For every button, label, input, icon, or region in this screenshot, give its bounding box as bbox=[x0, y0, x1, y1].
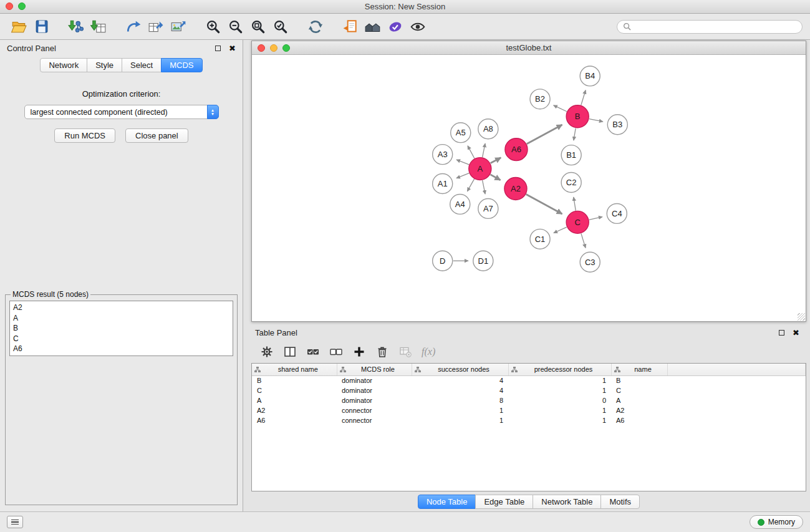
node-B4[interactable]: B4 bbox=[580, 66, 600, 86]
node-D1[interactable]: D1 bbox=[473, 251, 493, 271]
column-header-successor-nodes[interactable]: successor nodes bbox=[412, 364, 508, 375]
table-row[interactable]: A2connector11A2 bbox=[252, 405, 806, 415]
table-row[interactable]: Adominator80A bbox=[252, 395, 806, 405]
edge-A-A6[interactable] bbox=[491, 158, 501, 163]
node-B2[interactable]: B2 bbox=[530, 89, 550, 109]
close-window-button[interactable] bbox=[6, 2, 13, 10]
close-panel-icon[interactable]: ✖ bbox=[229, 44, 236, 52]
edge-B-B1[interactable] bbox=[574, 128, 576, 140]
zoom-out-button[interactable] bbox=[224, 16, 247, 38]
run-mcds-button[interactable]: Run MCDS bbox=[54, 128, 115, 143]
table-cell[interactable]: connector bbox=[337, 405, 412, 415]
network-zoom-button[interactable] bbox=[282, 44, 290, 52]
node-A4[interactable]: A4 bbox=[450, 194, 470, 214]
eye-button[interactable] bbox=[407, 16, 429, 38]
select-all-button[interactable] bbox=[306, 344, 320, 360]
table-cell[interactable]: 1 bbox=[508, 375, 611, 385]
add-row-button[interactable] bbox=[352, 344, 366, 360]
open-file-button[interactable] bbox=[7, 16, 30, 38]
tab-style[interactable]: Style bbox=[87, 58, 122, 72]
node-A3[interactable]: A3 bbox=[433, 145, 453, 165]
edge-A2-C[interactable] bbox=[526, 195, 562, 214]
delete-row-button[interactable] bbox=[375, 344, 389, 360]
edge-C-C2[interactable] bbox=[574, 197, 576, 210]
table-cell[interactable]: dominator bbox=[337, 385, 412, 395]
zoom-selected-button[interactable] bbox=[269, 16, 292, 38]
zoom-in-button[interactable] bbox=[202, 16, 224, 38]
column-header-name[interactable]: name bbox=[611, 364, 667, 375]
table-cell[interactable]: A6 bbox=[252, 415, 337, 425]
zoom-fit-button[interactable] bbox=[247, 16, 269, 38]
float-panel-icon[interactable] bbox=[215, 46, 221, 51]
table-cell[interactable]: 4 bbox=[412, 375, 508, 385]
tab-network[interactable]: Network bbox=[40, 58, 87, 72]
node-B[interactable]: B bbox=[566, 105, 589, 128]
memory-button[interactable]: Memory bbox=[750, 515, 803, 529]
node-C1[interactable]: C1 bbox=[530, 229, 550, 249]
node-C3[interactable]: C3 bbox=[580, 252, 600, 272]
table-cell[interactable]: A2 bbox=[252, 405, 337, 415]
tab-mcds[interactable]: MCDS bbox=[161, 58, 202, 72]
zoom-window-button[interactable] bbox=[18, 2, 26, 10]
mcds-result-item[interactable]: A bbox=[13, 313, 229, 324]
table-row[interactable]: Bdominator41B bbox=[252, 375, 806, 385]
edge-C-C4[interactable] bbox=[589, 217, 602, 220]
table-cell[interactable]: C bbox=[252, 385, 337, 395]
table-cell[interactable]: B bbox=[252, 375, 337, 385]
column-header-shared-name[interactable]: shared name bbox=[252, 364, 337, 375]
resize-grip[interactable] bbox=[798, 313, 805, 321]
show-columns-button[interactable] bbox=[283, 344, 297, 360]
table-cell[interactable]: C bbox=[611, 385, 667, 395]
node-D[interactable]: D bbox=[433, 251, 453, 271]
table-cell[interactable]: 4 bbox=[412, 385, 508, 395]
table-cell[interactable]: 1 bbox=[508, 415, 611, 425]
edge-A-A8[interactable] bbox=[483, 143, 485, 157]
edge-B-B2[interactable] bbox=[554, 105, 567, 112]
table-cell[interactable]: A bbox=[252, 395, 337, 405]
network-close-button[interactable] bbox=[258, 44, 265, 52]
table-cell[interactable]: 8 bbox=[412, 395, 508, 405]
node-C2[interactable]: C2 bbox=[561, 173, 581, 193]
houses-button[interactable] bbox=[362, 16, 384, 38]
table-cell[interactable]: B bbox=[611, 375, 667, 385]
search-input[interactable] bbox=[634, 22, 796, 31]
table-cell[interactable]: 1 bbox=[508, 385, 611, 395]
edge-A-A7[interactable] bbox=[483, 180, 485, 194]
table-cell[interactable]: 1 bbox=[412, 405, 508, 415]
node-A1[interactable]: A1 bbox=[433, 174, 453, 194]
edge-A-A4[interactable] bbox=[467, 179, 474, 191]
optimization-dropdown[interactable]: largest connected component (directed) ▲… bbox=[24, 105, 219, 119]
edge-B-B3[interactable] bbox=[589, 119, 603, 122]
network-minimize-button[interactable] bbox=[270, 44, 277, 52]
node-B3[interactable]: B3 bbox=[607, 115, 627, 135]
table-cell[interactable]: 0 bbox=[508, 395, 611, 405]
node-A5[interactable]: A5 bbox=[451, 123, 471, 143]
export-table-button[interactable] bbox=[145, 16, 167, 38]
table-settings-button[interactable] bbox=[260, 344, 274, 360]
mcds-result-item[interactable]: A2 bbox=[13, 302, 229, 313]
table-cell[interactable]: dominator bbox=[337, 375, 412, 385]
edge-A6-B[interactable] bbox=[527, 125, 562, 144]
refresh-layout-button[interactable] bbox=[304, 16, 327, 38]
column-header-predecessor-nodes[interactable]: predecessor nodes bbox=[508, 364, 611, 375]
table-float-panel-icon[interactable] bbox=[779, 330, 784, 336]
table-tab-node-table[interactable]: Node Table bbox=[418, 495, 476, 509]
node-A8[interactable]: A8 bbox=[478, 119, 498, 139]
table-cell[interactable]: 1 bbox=[508, 405, 611, 415]
node-A6[interactable]: A6 bbox=[505, 138, 528, 161]
export-network-button[interactable] bbox=[122, 16, 145, 38]
style-brush-button[interactable] bbox=[384, 16, 407, 38]
edge-B-B4[interactable] bbox=[581, 90, 586, 105]
first-neighbors-button[interactable] bbox=[339, 16, 362, 38]
node-A7[interactable]: A7 bbox=[478, 198, 498, 218]
table-cell[interactable]: connector bbox=[337, 415, 412, 425]
table-close-panel-icon[interactable]: ✖ bbox=[793, 329, 799, 337]
import-table-button[interactable] bbox=[87, 16, 110, 38]
edge-A-A3[interactable] bbox=[456, 160, 469, 165]
table-cell[interactable]: A6 bbox=[611, 415, 667, 425]
table-tab-motifs[interactable]: Motifs bbox=[600, 495, 640, 509]
node-C[interactable]: C bbox=[566, 211, 589, 233]
node-C4[interactable]: C4 bbox=[607, 203, 627, 223]
node-B1[interactable]: B1 bbox=[561, 145, 581, 165]
table-cell[interactable]: A2 bbox=[611, 405, 667, 415]
